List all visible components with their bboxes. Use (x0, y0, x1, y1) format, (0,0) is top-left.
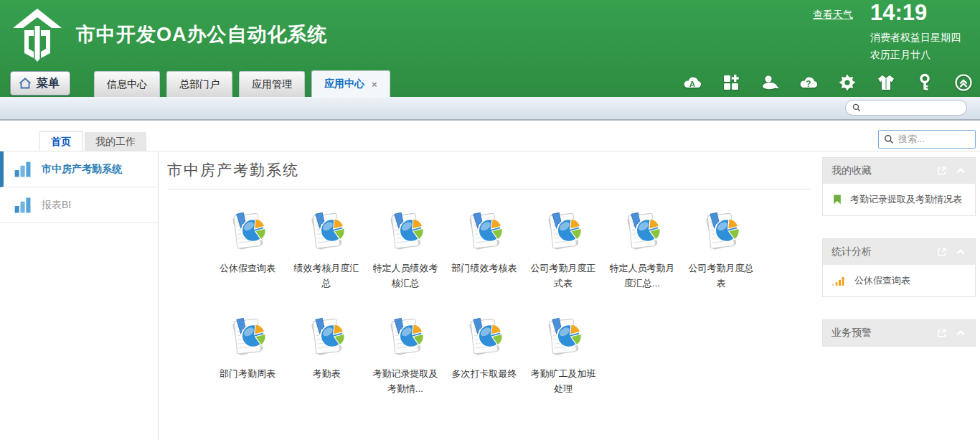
page-tab-bar: 首页 我的工作 (39, 131, 146, 151)
chevron-up-icon[interactable] (955, 246, 966, 258)
tab-label: 应用中心 (324, 78, 364, 90)
statistics-item-label: 公休假查询表 (854, 274, 910, 287)
external-link-icon[interactable] (936, 327, 948, 339)
panel-title: 业务预警 (831, 327, 872, 340)
app-label: 多次打卡取最终 (452, 366, 517, 381)
sidebar-item-label: 报表BI (42, 199, 71, 212)
search-placeholder: 搜索... (898, 133, 925, 146)
app-item[interactable]: 考勤表 (287, 310, 366, 416)
quick-search-input[interactable] (845, 100, 967, 116)
report-doc-icon (541, 210, 585, 254)
tab-label: 应用管理 (252, 78, 292, 91)
tab-app-center[interactable]: 应用中心 × (311, 70, 390, 97)
clock-time: 14:19 (870, 0, 927, 26)
search-icon (883, 134, 895, 145)
panel-title: 统计分析 (831, 245, 872, 258)
app-logo-icon (7, 4, 67, 65)
tab-label: 信息中心 (107, 78, 147, 91)
tab-label: 总部门户 (179, 78, 220, 91)
chevron-up-icon[interactable] (955, 327, 966, 339)
date-line-1: 消费者权益日星期四 (870, 32, 961, 45)
main-content: 市中房产考勤系统 公休假查询表 绩效考核月度汇总 特定人员绩效考核汇总 部门绩效… (159, 151, 822, 440)
main-tab-bar: 信息中心 总部门户 应用管理 应用中心 × (94, 71, 390, 97)
bookmark-icon (831, 194, 843, 205)
date-line-2: 农历正月廿八 (870, 49, 930, 62)
tab-info-center[interactable]: 信息中心 (94, 71, 160, 97)
app-label: 特定人员考勤月度汇总... (608, 261, 676, 291)
sidebar-item-attendance-system[interactable]: 市中房产考勤系统 (0, 151, 158, 187)
external-link-icon[interactable] (936, 165, 948, 177)
collapse-up-icon[interactable] (954, 73, 973, 92)
menu-button-label: 菜单 (37, 76, 60, 91)
report-doc-icon (304, 210, 349, 254)
panel-business-alerts: 业务预警 (822, 319, 976, 347)
app-item[interactable]: 部门绩效考核表 (445, 205, 524, 310)
app-grid: 公休假查询表 绩效考核月度汇总 特定人员绩效考核汇总 部门绩效考核表 公司考勤月… (208, 205, 764, 416)
app-item[interactable]: 考勤记录提取及考勤情... (366, 310, 445, 416)
sidebar: 市中房产考勤系统 报表BI (0, 151, 159, 440)
page-title: 市中房产考勤系统 (167, 160, 811, 189)
tab-home[interactable]: 首页 (39, 131, 83, 151)
app-item[interactable]: 特定人员考勤月度汇总... (603, 205, 682, 310)
app-label: 特定人员绩效考核汇总 (372, 261, 439, 291)
close-tab-icon[interactable]: × (372, 79, 377, 90)
weather-link[interactable]: 查看天气 (813, 9, 853, 22)
menu-button[interactable]: 菜单 (10, 71, 70, 95)
app-label: 部门考勤周表 (220, 366, 275, 381)
key-icon[interactable] (915, 73, 934, 92)
tab-hq-portal[interactable]: 总部门户 (166, 71, 232, 97)
cloud-app-icon[interactable] (683, 73, 702, 92)
report-doc-icon (462, 210, 507, 254)
app-item[interactable]: 考勤旷工及加班处理 (524, 310, 603, 416)
header-icon-bar (683, 73, 973, 92)
app-item[interactable]: 公休假查询表 (208, 205, 287, 310)
favorite-item[interactable]: 考勤记录提取及考勤情况表 (823, 184, 975, 215)
panel-title: 我的收藏 (831, 164, 872, 177)
app-item[interactable]: 公司考勤月度总表 (682, 205, 760, 310)
bar-chart-icon (13, 195, 33, 215)
favorite-item-label: 考勤记录提取及考勤情况表 (850, 193, 962, 206)
app-label: 公司考勤月度总表 (687, 261, 755, 291)
external-link-icon[interactable] (936, 246, 948, 258)
report-doc-icon (541, 315, 585, 360)
app-item[interactable]: 部门考勤周表 (208, 310, 287, 416)
report-doc-icon (383, 210, 428, 254)
app-label: 公司考勤月度正式表 (529, 261, 597, 291)
sidebar-item-report-bi[interactable]: 报表BI (0, 187, 158, 223)
app-title: 市中开发OA办公自动化系统 (76, 22, 328, 47)
app-item[interactable]: 特定人员绩效考核汇总 (366, 205, 445, 310)
cloud-help-icon[interactable] (799, 73, 818, 92)
app-label: 绩效考核月度汇总 (293, 261, 360, 291)
panel-header: 我的收藏 (823, 158, 975, 184)
bar-chart-icon (13, 159, 33, 179)
search-icon (852, 103, 862, 113)
app-label: 考勤表 (313, 366, 341, 381)
app-item[interactable]: 公司考勤月度正式表 (524, 205, 603, 310)
tab-label: 我的工作 (95, 136, 136, 149)
report-doc-icon (225, 210, 270, 254)
report-doc-icon (620, 210, 664, 254)
app-header: 市中开发OA办公自动化系统 查看天气 14:19 消费者权益日星期四 农历正月廿… (0, 0, 980, 97)
grid-add-icon[interactable] (722, 73, 740, 92)
user-chat-icon[interactable] (760, 73, 779, 92)
statistics-item[interactable]: 公休假查询表 (823, 265, 975, 296)
theme-shirt-icon[interactable] (877, 73, 895, 92)
panel-statistics: 统计分析 公休假查询表 (822, 238, 976, 297)
tab-my-work[interactable]: 我的工作 (85, 132, 146, 151)
panel-header: 统计分析 (823, 239, 975, 265)
app-item[interactable]: 绩效考核月度汇总 (287, 205, 366, 310)
report-doc-icon (383, 315, 428, 360)
house-icon (18, 77, 32, 90)
gear-icon[interactable] (838, 73, 857, 92)
tab-app-management[interactable]: 应用管理 (239, 71, 305, 97)
app-item[interactable]: 多次打卡取最终 (445, 310, 524, 416)
panel-favorites: 我的收藏 考勤记录提取及考勤情况表 (822, 157, 976, 216)
orange-chart-icon (831, 274, 847, 287)
chevron-up-icon[interactable] (955, 165, 966, 177)
app-label: 考勤记录提取及考勤情... (372, 366, 439, 396)
report-doc-icon (462, 315, 507, 360)
report-doc-icon (699, 210, 743, 254)
search-input[interactable]: 搜索... (878, 130, 976, 149)
report-doc-icon (225, 315, 270, 360)
tab-label: 首页 (51, 136, 71, 149)
